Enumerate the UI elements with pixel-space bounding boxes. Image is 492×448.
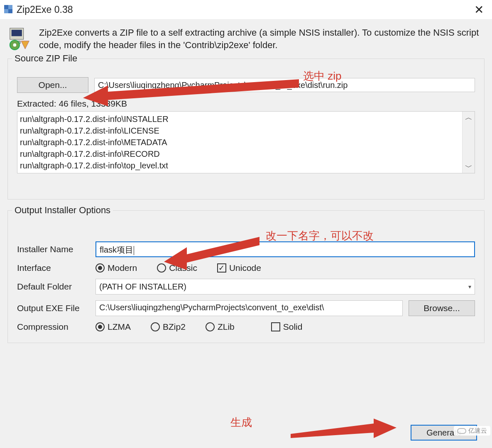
close-button[interactable]: ✕ [470,0,488,19]
arrow-to-generate [291,415,399,440]
chevron-down-icon: ▾ [468,283,471,290]
compression-zlib-radio[interactable]: ZLib [206,322,235,332]
list-item[interactable]: run\altgraph-0.17.2.dist-info\top_level.… [20,160,472,171]
scrollbar[interactable]: ︿ ﹀ [462,112,475,173]
source-zip-legend: Source ZIP File [12,53,80,64]
compression-label: Compression [17,322,90,332]
list-item[interactable]: run\altgraph-0.17.2.dist-info\INSTALLER [20,113,472,125]
svg-rect-1 [12,30,22,36]
compression-solid-checkbox[interactable]: Solid [271,322,303,332]
browse-button[interactable]: Browse... [409,300,475,316]
svg-marker-7 [291,419,397,438]
list-item[interactable]: run\altgraph-0.17.2.dist-info\LICENSE [20,125,472,136]
interface-label: Interface [17,263,90,273]
output-options-legend: Output Installer Options [12,205,113,216]
intro-icon [7,27,32,51]
scroll-down-icon[interactable]: ﹀ [465,161,472,173]
scroll-up-icon[interactable]: ︿ [465,112,472,123]
file-list[interactable]: run\altgraph-0.17.2.dist-info\INSTALLER … [17,111,475,173]
installer-name-label: Installer Name [17,244,90,254]
source-path-field[interactable]: C:\Users\liuqingzheng\PycharmProjects\co… [94,78,475,92]
cloud-icon [457,428,466,434]
compression-bzip2-radio[interactable]: BZip2 [151,322,186,332]
window: Zip2Exe 0.38 ✕ Zip2Exe converts a ZIP fi… [0,0,492,448]
installer-name-value: flask项目 [100,245,133,254]
interface-unicode-checkbox[interactable]: ✓ Unicode [217,263,261,273]
intro-text: Zip2Exe converts a ZIP file to a self ex… [39,27,485,51]
interface-classic-radio[interactable]: Classic [157,263,197,273]
default-folder-select[interactable]: (PATH OF INSTALLER) ▾ [95,279,475,295]
output-options-group: Output Installer Options Installer Name … [7,210,485,343]
installer-name-input[interactable]: flask项目 [95,241,475,257]
annotation-generate: 生成 [230,415,252,430]
interface-modern-radio[interactable]: Modern [95,263,137,273]
watermark: 亿速云 [454,426,490,436]
dialog-body: Zip2Exe converts a ZIP file to a self ex… [0,19,492,448]
titlebar: Zip2Exe 0.38 ✕ [0,0,492,19]
open-button[interactable]: Open... [17,77,88,93]
app-icon [4,5,13,14]
compression-lzma-radio[interactable]: LZMA [95,322,131,332]
source-zip-group: Source ZIP File Open... C:\Users\liuqing… [7,58,485,200]
window-title: Zip2Exe 0.38 [17,4,73,15]
default-folder-label: Default Folder [17,282,90,292]
output-exe-label: Output EXE File [17,303,90,313]
output-exe-field[interactable]: C:\Users\liuqingzheng\PycharmProjects\co… [95,300,403,316]
list-item[interactable]: run\altgraph-0.17.2.dist-info\RECORD [20,148,472,160]
svg-point-4 [13,44,17,47]
extracted-label: Extracted: 46 files, 13339KB [17,99,475,109]
list-item[interactable]: run\altgraph-0.17.2.dist-info\METADATA [20,136,472,148]
